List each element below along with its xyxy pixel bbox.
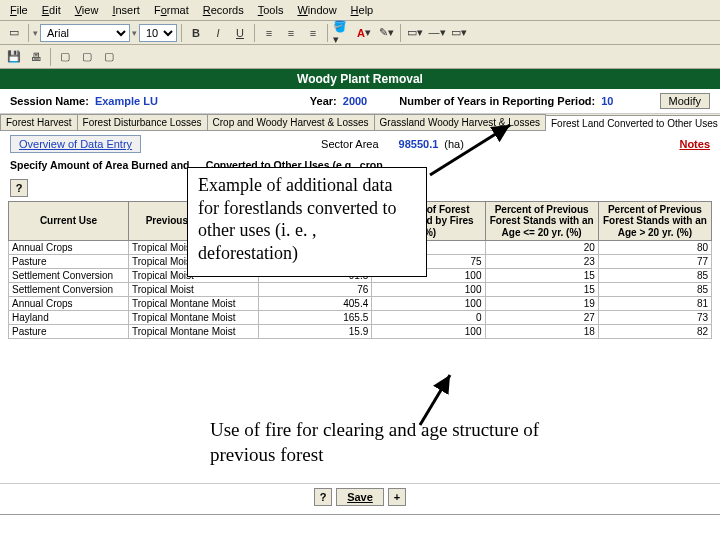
table-cell[interactable]: 76 bbox=[259, 283, 372, 297]
menu-file[interactable]: File bbox=[4, 2, 34, 18]
table-cell[interactable]: 19 bbox=[485, 297, 598, 311]
table-cell[interactable]: Tropical Montane Moist bbox=[129, 297, 259, 311]
table-cell[interactable]: 82 bbox=[598, 325, 711, 339]
table-cell[interactable]: 15 bbox=[485, 269, 598, 283]
table-cell[interactable]: 27 bbox=[485, 311, 598, 325]
menu-edit[interactable]: Edit bbox=[36, 2, 67, 18]
effect-icon[interactable]: ▭▾ bbox=[449, 23, 469, 43]
svg-line-0 bbox=[430, 125, 510, 175]
print-icon[interactable]: 🖶 bbox=[26, 47, 46, 67]
table-cell[interactable]: 15 bbox=[485, 283, 598, 297]
help-button[interactable]: ? bbox=[10, 179, 28, 197]
table-cell[interactable]: Settlement Conversion bbox=[9, 283, 129, 297]
footer-nav bbox=[0, 514, 720, 540]
help-button[interactable]: ? bbox=[314, 488, 332, 506]
menu-tools[interactable]: Tools bbox=[252, 2, 290, 18]
save-icon[interactable]: 💾 bbox=[4, 47, 24, 67]
table-cell[interactable]: 405.4 bbox=[259, 297, 372, 311]
table-cell[interactable]: Annual Crops bbox=[9, 241, 129, 255]
save-button[interactable]: Save bbox=[336, 488, 384, 506]
expand-icon[interactable]: ▾ bbox=[132, 28, 137, 38]
th-pct-lt20: Percent of Previous Forest Stands with a… bbox=[485, 201, 598, 241]
table-cell[interactable]: 18 bbox=[485, 325, 598, 339]
align-right-icon[interactable]: ≡ bbox=[303, 23, 323, 43]
tab-forest-disturbance[interactable]: Forest Disturbance Losses bbox=[77, 114, 208, 130]
menu-bar: File Edit View Insert Format Records Too… bbox=[0, 0, 720, 21]
table-cell[interactable]: Tropical Montane Moist bbox=[129, 325, 259, 339]
table-row[interactable]: HaylandTropical Montane Moist165.502773 bbox=[9, 311, 712, 325]
italic-icon[interactable]: I bbox=[208, 23, 228, 43]
tab-crop-woody[interactable]: Crop and Woody Harvest & Losses bbox=[207, 114, 375, 130]
annotation-2: Use of fire for clearing and age structu… bbox=[210, 418, 560, 467]
year-label: Year: bbox=[310, 95, 337, 107]
session-row: Session Name: Example LU Year: 2000 Numb… bbox=[0, 89, 720, 114]
table-cell[interactable]: Pasture bbox=[9, 255, 129, 269]
tab-forest-converted[interactable]: Forest Land Converted to Other Uses bbox=[545, 115, 720, 131]
font-select[interactable]: Arial bbox=[40, 24, 130, 42]
expand-icon[interactable]: ▾ bbox=[33, 28, 38, 38]
menu-window[interactable]: Window bbox=[291, 2, 342, 18]
menu-view[interactable]: View bbox=[69, 2, 105, 18]
sub-row: Overview of Data Entry Sector Area 98550… bbox=[0, 131, 720, 157]
table-cell[interactable]: 100 bbox=[372, 297, 485, 311]
notes-button[interactable]: Notes bbox=[679, 138, 710, 150]
table-cell[interactable]: 80 bbox=[598, 241, 711, 255]
table-cell[interactable]: Tropical Moist bbox=[129, 283, 259, 297]
style-icon[interactable]: —▾ bbox=[427, 23, 447, 43]
line-color-icon[interactable]: ✎▾ bbox=[376, 23, 396, 43]
align-left-icon[interactable]: ≡ bbox=[259, 23, 279, 43]
table-row[interactable]: Annual CropsTropical Montane Moist405.41… bbox=[9, 297, 712, 311]
th-current-use: Current Use bbox=[9, 201, 129, 241]
table-cell[interactable]: 85 bbox=[598, 283, 711, 297]
tool-icon[interactable]: ▢ bbox=[99, 47, 119, 67]
menu-format[interactable]: Format bbox=[148, 2, 195, 18]
table-cell[interactable]: Hayland bbox=[9, 311, 129, 325]
page-title: Woody Plant Removal bbox=[0, 69, 720, 89]
modify-button[interactable]: Modify bbox=[660, 93, 710, 109]
th-pct-gt20: Percent of Previous Forest Stands with a… bbox=[598, 201, 711, 241]
table-cell[interactable]: Pasture bbox=[9, 325, 129, 339]
table-cell[interactable]: Annual Crops bbox=[9, 297, 129, 311]
table-cell[interactable]: 165.5 bbox=[259, 311, 372, 325]
overview-button[interactable]: Overview of Data Entry bbox=[10, 135, 141, 153]
menu-insert[interactable]: Insert bbox=[106, 2, 146, 18]
year-value: 2000 bbox=[343, 95, 367, 107]
tab-forest-harvest[interactable]: Forest Harvest bbox=[0, 114, 78, 130]
menu-help[interactable]: Help bbox=[345, 2, 380, 18]
bold-icon[interactable]: B bbox=[186, 23, 206, 43]
table-cell[interactable]: Tropical Montane Moist bbox=[129, 311, 259, 325]
arrow-icon bbox=[420, 120, 520, 180]
underline-icon[interactable]: U bbox=[230, 23, 250, 43]
session-name-label: Session Name: bbox=[10, 95, 89, 107]
border-icon[interactable]: ▭▾ bbox=[405, 23, 425, 43]
annotation-1: Example of additional data for forestlan… bbox=[187, 167, 427, 277]
session-name-value: Example LU bbox=[95, 95, 158, 107]
toolbar-format: ▭ ▾ Arial ▾ 10 B I U ≡ ≡ ≡ 🪣▾ A▾ ✎▾ ▭▾ —… bbox=[0, 21, 720, 45]
table-cell[interactable]: 100 bbox=[372, 283, 485, 297]
tool-icon[interactable]: ▢ bbox=[77, 47, 97, 67]
table-cell[interactable]: 77 bbox=[598, 255, 711, 269]
sector-area-label: Sector Area bbox=[321, 138, 378, 150]
font-color-icon[interactable]: A▾ bbox=[354, 23, 374, 43]
tool-icon[interactable]: ▢ bbox=[55, 47, 75, 67]
fill-color-icon[interactable]: 🪣▾ bbox=[332, 23, 352, 43]
period-value: 10 bbox=[601, 95, 613, 107]
table-cell[interactable]: 15.9 bbox=[259, 325, 372, 339]
table-cell[interactable]: 20 bbox=[485, 241, 598, 255]
menu-records[interactable]: Records bbox=[197, 2, 250, 18]
table-row[interactable]: PastureTropical Montane Moist15.91001882 bbox=[9, 325, 712, 339]
table-cell[interactable]: 23 bbox=[485, 255, 598, 269]
tab-row: Forest Harvest Forest Disturbance Losses… bbox=[0, 114, 720, 131]
size-select[interactable]: 10 bbox=[139, 24, 177, 42]
align-center-icon[interactable]: ≡ bbox=[281, 23, 301, 43]
add-button[interactable]: + bbox=[388, 488, 406, 506]
table-cell[interactable]: 81 bbox=[598, 297, 711, 311]
table-cell[interactable]: 73 bbox=[598, 311, 711, 325]
table-cell[interactable]: 100 bbox=[372, 325, 485, 339]
table-cell[interactable]: 85 bbox=[598, 269, 711, 283]
table-cell[interactable]: Settlement Conversion bbox=[9, 269, 129, 283]
view-icon[interactable]: ▭ bbox=[4, 23, 24, 43]
period-label: Number of Years in Reporting Period: bbox=[399, 95, 595, 107]
table-cell[interactable]: 0 bbox=[372, 311, 485, 325]
table-row[interactable]: Settlement ConversionTropical Moist76100… bbox=[9, 283, 712, 297]
